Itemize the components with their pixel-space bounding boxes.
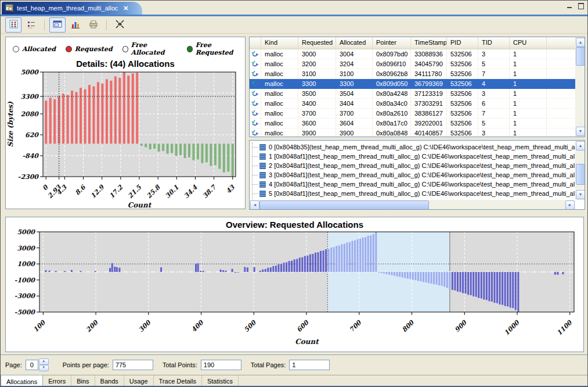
table-vertical-scrollbar[interactable]: ▲ ▼	[575, 37, 585, 137]
table-row[interactable]: malloc390039000x80a08484014085753250631	[250, 128, 575, 137]
trace-list-item[interactable]: 0 [0x8048b35](test_heap_mem_thread_multi…	[252, 142, 575, 152]
page-label: Page:	[5, 361, 22, 368]
tab-allocations[interactable]: Allocations	[1, 375, 43, 386]
legend-item-free-requested[interactable]: Free Requested	[187, 41, 245, 56]
cell-cpu: 1	[510, 99, 547, 109]
table-row[interactable]: malloc360036040x80a17c03920200153250651	[250, 119, 575, 128]
trace-horizontal-scrollbar[interactable]: ◄ ►	[250, 200, 575, 209]
scrollbar-thumb[interactable]	[576, 164, 585, 185]
restore-button[interactable]	[578, 3, 584, 9]
cell-timestamp: 39202001	[411, 119, 447, 128]
tab-trace-details[interactable]: Trace Details	[154, 375, 202, 386]
minimize-button[interactable]	[567, 3, 573, 9]
table-row[interactable]: malloc310031000x80962b83411178053250671	[250, 69, 575, 79]
overview-chart-svg[interactable]: 500030001000-1000-3000-50001002003004005…	[6, 230, 581, 347]
print-button[interactable]	[85, 17, 102, 33]
column-header-icon	[250, 37, 261, 49]
column-header-allocated[interactable]: Allocated	[336, 37, 373, 49]
tab-statistics[interactable]: Statistics	[202, 375, 239, 386]
cell-tid: 3	[478, 89, 510, 99]
trace-list-item[interactable]: 3 [0x8048af1](test_heap_mem_thread_multi…	[252, 170, 575, 180]
tab-bins[interactable]: Bins	[71, 375, 95, 386]
column-header-pid[interactable]: PID	[447, 37, 478, 49]
cell-filler	[547, 59, 575, 69]
tree-connector	[252, 193, 258, 194]
toolbar-separator	[106, 20, 107, 30]
spinner-down-icon[interactable]: ▼	[39, 365, 49, 371]
fit-to-window-button[interactable]	[111, 17, 128, 33]
column-header-tid[interactable]: TID	[478, 37, 510, 49]
table-row[interactable]: malloc330033000x809d0503679936953250641	[250, 79, 575, 89]
tab-bands[interactable]: Bands	[95, 375, 124, 386]
trace-list-item[interactable]: 4 [0x8048af1](test_heap_mem_thread_multi…	[252, 180, 575, 189]
cell-timestamp: 38386127	[411, 109, 447, 119]
legend-list-button[interactable]	[23, 17, 39, 33]
svg-text:-1000: -1000	[15, 277, 36, 284]
legend-item-allocated[interactable]: Allocated	[13, 45, 56, 53]
trace-list-item[interactable]: 1 [0x8048af1](test_heap_mem_thread_multi…	[252, 152, 575, 161]
legend-item-requested[interactable]: Requested	[66, 45, 113, 53]
trace-list-item[interactable]: 2 [0x8048af1](test_heap_mem_thread_multi…	[252, 161, 575, 170]
bar-chart-button[interactable]	[67, 17, 84, 33]
cell-kind: malloc	[261, 128, 298, 137]
cell-filler	[547, 119, 575, 128]
scroll-left-icon[interactable]: ◄	[250, 200, 259, 210]
cell-pointer: 0x80a0848	[373, 128, 411, 137]
cell-pointer: 0x8097bd0	[373, 49, 411, 59]
points-per-page-input[interactable]	[113, 360, 153, 370]
cell-allocated: 3204	[336, 59, 373, 69]
scroll-down-icon[interactable]: ▼	[576, 127, 585, 136]
svg-text:1100: 1100	[555, 318, 574, 337]
cell-requested: 3100	[298, 69, 336, 79]
allocations-table: KindRequestedAllocatedPointerTimeStampPI…	[249, 37, 585, 137]
trace-entry-icon	[259, 144, 266, 150]
scroll-up-icon[interactable]: ▲	[576, 38, 585, 47]
table-row[interactable]: malloc320032040x8096f103404579053250651	[250, 59, 575, 69]
table-row[interactable]: malloc300030040x8097bd03308893653250631	[250, 49, 575, 59]
details-chart-svg[interactable]: 50002080620-840-2300330004.38.612.917.22…	[6, 69, 241, 210]
scroll-down-icon[interactable]: ▼	[576, 190, 585, 199]
cell-timestamp: 34045790	[411, 59, 447, 69]
chart-legend: AllocatedRequestedFree AllocatedFree Req…	[6, 37, 245, 56]
trace-vertical-scrollbar[interactable]: ▲ ▼	[575, 141, 585, 200]
svg-text:-3000: -3000	[15, 292, 36, 300]
column-header-requested[interactable]: Requested	[298, 37, 336, 49]
scrollbar-thumb[interactable]	[576, 47, 585, 66]
column-header-timestamp[interactable]: TimeStamp	[411, 37, 447, 49]
cell-pointer: 0x80a4248	[373, 89, 411, 99]
cell-cpu: 1	[510, 79, 547, 89]
layout-grid-button[interactable]	[5, 17, 21, 33]
cell-timestamp: 34111780	[411, 69, 447, 79]
scrollbar-thumb[interactable]	[259, 200, 429, 210]
svg-text:-5000: -5000	[15, 309, 36, 316]
malloc-event-icon	[250, 109, 261, 119]
scroll-right-icon[interactable]: ►	[565, 200, 575, 210]
table-body: malloc300030040x8097bd03308893653250631m…	[250, 49, 575, 137]
cell-cpu: 1	[510, 49, 547, 59]
svg-text:12.9: 12.9	[89, 183, 106, 200]
column-header-kind[interactable]: Kind	[261, 37, 298, 49]
table-row[interactable]: malloc340034040x80a34c03730329153250661	[250, 99, 575, 109]
cell-filler	[547, 49, 575, 59]
scroll-up-icon[interactable]: ▲	[576, 141, 585, 150]
tab-errors[interactable]: Errors	[43, 375, 71, 386]
tab-test-heap-mem-thread-multi-alloc[interactable]: test_heap_mem_thread_multi_alloc ✕	[2, 2, 142, 15]
spinner-up-icon[interactable]: ▲	[39, 359, 49, 365]
overview-pane-button[interactable]	[49, 17, 66, 33]
tab-close-icon[interactable]: ✕	[123, 5, 128, 12]
legend-swatch-icon	[66, 46, 72, 52]
malloc-event-icon	[250, 49, 261, 59]
malloc-event-icon	[250, 119, 261, 128]
cell-tid: 5	[478, 59, 510, 69]
trace-list-item[interactable]: 5 [0x8048af1](test_heap_mem_thread_multi…	[252, 189, 575, 198]
malloc-event-icon	[250, 89, 261, 99]
legend-item-free-allocated[interactable]: Free Allocated	[122, 41, 177, 56]
column-header-cpu[interactable]: CPU	[510, 37, 547, 49]
column-header-pointer[interactable]: Pointer	[373, 37, 411, 49]
table-row[interactable]: malloc350035040x80a42483712331953250631	[250, 89, 575, 99]
trace-entry-text: 5 [0x8048af1](test_heap_mem_thread_multi…	[269, 190, 575, 197]
table-row[interactable]: malloc370037000x80a26103838612753250671	[250, 109, 575, 119]
page-input[interactable]	[26, 360, 38, 370]
tab-usage[interactable]: Usage	[124, 375, 154, 386]
legend-label: Free Allocated	[131, 41, 177, 56]
